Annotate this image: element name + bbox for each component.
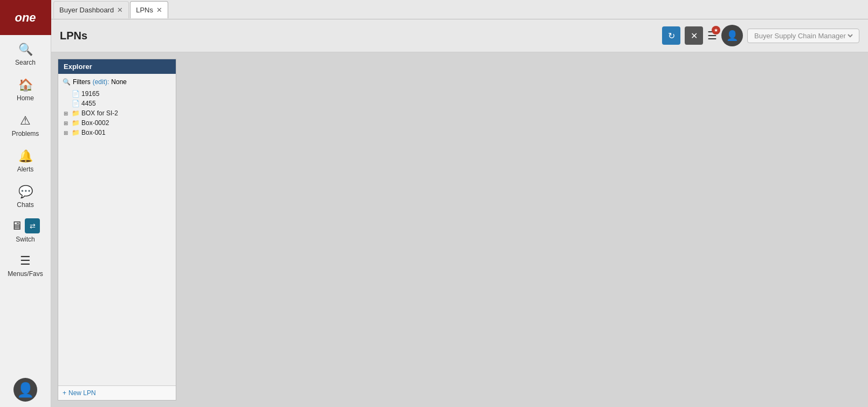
tree-item-4455-label: 4455	[81, 100, 96, 107]
explorer-footer: + New LPN	[58, 385, 176, 400]
user-avatar[interactable]: 👤	[721, 25, 743, 46]
sidebar-switch-label: Switch	[0, 236, 51, 246]
new-lpn-button[interactable]: + New LPN	[63, 389, 171, 397]
monitor-icon: 🖥	[11, 219, 23, 233]
tree-item-box-for-si-2-label: BOX for SI-2	[81, 109, 118, 117]
tab-lpns-label: LPNs	[136, 6, 153, 14]
sidebar-item-chats[interactable]: 💬 Chats	[0, 177, 51, 213]
bell-icon: 🔔	[18, 149, 33, 163]
tree-item-box-0002[interactable]: ⊞ 📁 Box-0002	[60, 118, 174, 128]
avatar-icon: 👤	[17, 382, 34, 398]
user-avatar-bottom[interactable]: 👤	[13, 378, 37, 402]
tab-lpns-close[interactable]: ✕	[156, 6, 162, 13]
main-content	[176, 59, 862, 401]
new-lpn-label: New LPN	[68, 389, 96, 397]
star-badge: ★	[712, 26, 720, 35]
tree-item-box-for-si-2[interactable]: ⊞ 📁 BOX for SI-2	[60, 108, 174, 118]
tab-buyer-dashboard-label: Buyer Dashboard	[59, 6, 114, 14]
sidebar-item-problems-label: Problems	[12, 130, 39, 137]
tab-buyer-dashboard-close[interactable]: ✕	[117, 6, 123, 13]
role-dropdown[interactable]: Buyer Supply Chain Manager	[752, 31, 855, 40]
menu-btn-container: ☰ ★	[707, 29, 717, 42]
tree-item-box-001[interactable]: ⊞ 📁 Box-001	[60, 128, 174, 137]
expand-box-001[interactable]: ⊞	[64, 130, 70, 136]
folder-icon-box-for-si-2: 📁	[72, 109, 80, 117]
sidebar-item-menus-favs-label: Menus/Favs	[8, 270, 43, 278]
doc-icon-4455: 📄	[72, 100, 80, 107]
tree-item-4455[interactable]: 📄 4455	[60, 99, 174, 108]
filters-label: Filters	[73, 78, 91, 86]
warning-icon: ⚠	[20, 114, 31, 128]
tab-buyer-dashboard[interactable]: Buyer Dashboard ✕	[53, 1, 129, 18]
sidebar-item-menus-favs[interactable]: ☰ Menus/Favs	[0, 246, 51, 282]
star-icon: ★	[714, 27, 718, 33]
close-button[interactable]: ✕	[685, 26, 703, 45]
explorer-panel: Explorer 🔍 Filters (edit): None 📄 19165	[58, 59, 176, 401]
explorer-header: Explorer	[58, 59, 176, 74]
tab-bar: Buyer Dashboard ✕ LPNs ✕	[51, 0, 868, 19]
expand-box-for-si-2[interactable]: ⊞	[64, 111, 70, 116]
explorer-body: 🔍 Filters (edit): None 📄 19165 📄 4455	[58, 74, 176, 400]
expand-box-0002[interactable]: ⊞	[64, 120, 70, 126]
sidebar-item-alerts[interactable]: 🔔 Alerts	[0, 142, 51, 177]
sidebar-item-home[interactable]: 🏠 Home	[0, 71, 51, 106]
home-icon: 🏠	[18, 78, 33, 92]
sidebar-item-home-label: Home	[17, 94, 34, 102]
tab-lpns[interactable]: LPNs ✕	[130, 1, 168, 18]
menu-lines-icon: ☰	[20, 254, 31, 268]
doc-icon-19165: 📄	[72, 90, 80, 98]
sidebar-bottom: 👤	[13, 372, 37, 407]
refresh-icon: ↻	[668, 31, 675, 41]
folder-icon-box-001: 📁	[72, 129, 80, 136]
header-right: ↻ ✕ ☰ ★ 👤 Buyer Supply Chain Manager	[662, 25, 859, 46]
tree-item-box-001-label: Box-001	[81, 129, 106, 136]
switch-arrows-icon: ⇄	[30, 222, 36, 230]
sidebar-item-problems[interactable]: ⚠ Problems	[0, 106, 51, 142]
role-selector[interactable]: Buyer Supply Chain Manager	[747, 29, 859, 43]
tree-item-box-0002-label: Box-0002	[81, 119, 109, 127]
filters-edit-link[interactable]: (edit):	[93, 78, 109, 86]
filter-search-icon: 🔍	[63, 78, 71, 86]
refresh-button[interactable]: ↻	[662, 26, 680, 45]
switch-icon-box: ⇄	[25, 218, 40, 233]
filters-value: None	[111, 78, 127, 86]
content-area: Explorer 🔍 Filters (edit): None 📄 19165	[51, 52, 868, 407]
sidebar: one 🔍 Search 🏠 Home ⚠ Problems 🔔 Alerts …	[0, 0, 51, 407]
tree-item-19165[interactable]: 📄 19165	[60, 89, 174, 99]
sidebar-item-search-label: Search	[15, 59, 36, 66]
explorer-title: Explorer	[64, 63, 92, 71]
menu-button[interactable]: ☰ ★	[707, 29, 717, 42]
sidebar-item-chats-label: Chats	[17, 201, 33, 209]
app-logo[interactable]: one	[0, 0, 51, 35]
sidebar-item-search[interactable]: 🔍 Search	[0, 35, 51, 71]
tree-item-19165-label: 19165	[81, 90, 99, 98]
main-area: Buyer Dashboard ✕ LPNs ✕ LPNs ↻ ✕ ☰ ★	[51, 0, 868, 407]
new-lpn-plus-icon: +	[63, 389, 66, 397]
page-title: LPNs	[60, 30, 87, 42]
sidebar-item-alerts-label: Alerts	[17, 165, 34, 173]
search-icon: 🔍	[18, 43, 33, 57]
close-icon: ✕	[691, 31, 698, 41]
page-header: LPNs ↻ ✕ ☰ ★ 👤 Buyer Supply Chain Man	[51, 19, 868, 52]
sidebar-item-switch[interactable]: 🖥 ⇄	[0, 213, 51, 236]
avatar-image-icon: 👤	[726, 30, 738, 42]
chat-icon: 💬	[18, 185, 33, 199]
filter-row: 🔍 Filters (edit): None	[60, 77, 174, 89]
folder-icon-box-0002: 📁	[72, 119, 80, 127]
